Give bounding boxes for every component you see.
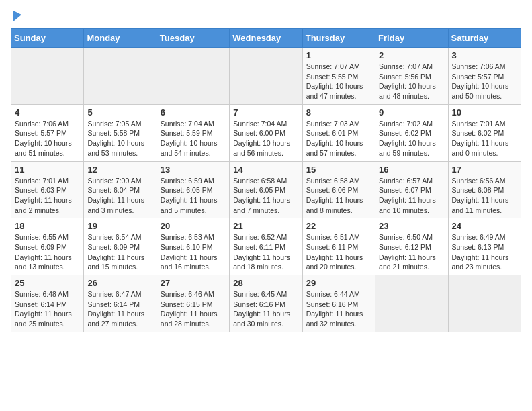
day-info: Sunrise: 7:05 AMSunset: 5:58 PMDaylight:…	[87, 119, 152, 158]
header-cell-saturday: Saturday	[448, 29, 521, 48]
day-number: 22	[306, 221, 371, 231]
day-number: 1	[306, 50, 371, 60]
day-number: 5	[87, 107, 152, 118]
day-info: Sunrise: 6:52 AMSunset: 6:11 PMDaylight:…	[233, 232, 298, 272]
calendar-cell	[11, 48, 84, 105]
day-info: Sunrise: 7:07 AMSunset: 5:55 PMDaylight:…	[306, 62, 371, 101]
calendar-week-1: 1Sunrise: 7:07 AMSunset: 5:55 PMDaylight…	[11, 48, 521, 105]
calendar-cell: 3Sunrise: 7:06 AMSunset: 5:57 PMDaylight…	[448, 48, 521, 105]
day-number: 20	[161, 221, 226, 231]
calendar-body: 1Sunrise: 7:07 AMSunset: 5:55 PMDaylight…	[11, 48, 521, 332]
day-number: 27	[161, 278, 226, 288]
day-number: 28	[233, 278, 298, 288]
calendar-cell: 18Sunrise: 6:55 AMSunset: 6:09 PMDayligh…	[11, 218, 84, 275]
day-info: Sunrise: 6:49 AMSunset: 6:13 PMDaylight:…	[452, 232, 517, 272]
page-header	[11, 11, 521, 23]
calendar-cell: 1Sunrise: 7:07 AMSunset: 5:55 PMDaylight…	[302, 48, 375, 105]
calendar-cell: 20Sunrise: 6:53 AMSunset: 6:10 PMDayligh…	[157, 218, 229, 275]
day-info: Sunrise: 6:51 AMSunset: 6:11 PMDaylight:…	[306, 232, 371, 272]
day-number: 7	[233, 107, 298, 118]
calendar-cell	[84, 48, 157, 105]
day-info: Sunrise: 6:50 AMSunset: 6:12 PMDaylight:…	[379, 232, 444, 272]
day-number: 6	[161, 107, 226, 118]
logo-arrow-icon	[12, 9, 21, 23]
day-info: Sunrise: 7:06 AMSunset: 5:57 PMDaylight:…	[452, 62, 517, 101]
day-info: Sunrise: 6:58 AMSunset: 6:05 PMDaylight:…	[233, 176, 298, 216]
calendar-cell: 24Sunrise: 6:49 AMSunset: 6:13 PMDayligh…	[448, 218, 521, 275]
calendar-cell: 13Sunrise: 6:59 AMSunset: 6:05 PMDayligh…	[157, 161, 229, 218]
calendar-cell: 22Sunrise: 6:51 AMSunset: 6:11 PMDayligh…	[302, 218, 375, 275]
day-number: 19	[87, 221, 152, 231]
header-cell-monday: Monday	[84, 29, 157, 48]
calendar-cell	[157, 48, 229, 105]
calendar-table: SundayMondayTuesdayWednesdayThursdayFrid…	[11, 28, 521, 332]
calendar-cell: 6Sunrise: 7:04 AMSunset: 5:59 PMDaylight…	[157, 104, 229, 161]
day-info: Sunrise: 6:48 AMSunset: 6:14 PMDaylight:…	[15, 289, 80, 329]
day-number: 29	[306, 278, 371, 288]
calendar-cell: 19Sunrise: 6:54 AMSunset: 6:09 PMDayligh…	[84, 218, 157, 275]
calendar-cell: 11Sunrise: 7:01 AMSunset: 6:03 PMDayligh…	[11, 161, 84, 218]
header-cell-wednesday: Wednesday	[230, 29, 302, 48]
day-info: Sunrise: 7:02 AMSunset: 6:02 PMDaylight:…	[379, 119, 444, 158]
calendar-cell	[375, 275, 448, 332]
calendar-cell: 17Sunrise: 6:56 AMSunset: 6:08 PMDayligh…	[448, 161, 521, 218]
header-cell-friday: Friday	[375, 29, 448, 48]
day-info: Sunrise: 7:04 AMSunset: 5:59 PMDaylight:…	[161, 119, 226, 158]
day-number: 3	[452, 50, 517, 60]
day-number: 16	[379, 165, 444, 175]
calendar-cell: 27Sunrise: 6:46 AMSunset: 6:15 PMDayligh…	[157, 275, 229, 332]
calendar-week-5: 25Sunrise: 6:48 AMSunset: 6:14 PMDayligh…	[11, 275, 521, 332]
calendar-cell: 16Sunrise: 6:57 AMSunset: 6:07 PMDayligh…	[375, 161, 448, 218]
calendar-cell: 8Sunrise: 7:03 AMSunset: 6:01 PMDaylight…	[302, 104, 375, 161]
day-number: 13	[161, 165, 226, 175]
calendar-cell: 9Sunrise: 7:02 AMSunset: 6:02 PMDaylight…	[375, 104, 448, 161]
day-number: 8	[306, 107, 371, 118]
day-info: Sunrise: 7:01 AMSunset: 6:03 PMDaylight:…	[15, 176, 80, 216]
day-number: 2	[379, 50, 444, 60]
calendar-cell	[448, 275, 521, 332]
day-info: Sunrise: 6:45 AMSunset: 6:16 PMDaylight:…	[233, 289, 298, 329]
day-info: Sunrise: 6:46 AMSunset: 6:15 PMDaylight:…	[161, 289, 226, 329]
day-number: 17	[452, 165, 517, 175]
header-cell-sunday: Sunday	[11, 29, 84, 48]
calendar-cell: 28Sunrise: 6:45 AMSunset: 6:16 PMDayligh…	[230, 275, 302, 332]
header-row: SundayMondayTuesdayWednesdayThursdayFrid…	[11, 29, 521, 48]
day-info: Sunrise: 7:06 AMSunset: 5:57 PMDaylight:…	[15, 119, 80, 158]
day-info: Sunrise: 7:01 AMSunset: 6:02 PMDaylight:…	[452, 119, 517, 158]
calendar-header: SundayMondayTuesdayWednesdayThursdayFrid…	[11, 29, 521, 48]
calendar-cell: 15Sunrise: 6:58 AMSunset: 6:06 PMDayligh…	[302, 161, 375, 218]
calendar-cell: 14Sunrise: 6:58 AMSunset: 6:05 PMDayligh…	[230, 161, 302, 218]
svg-marker-0	[13, 11, 21, 21]
calendar-cell: 7Sunrise: 7:04 AMSunset: 6:00 PMDaylight…	[230, 104, 302, 161]
calendar-cell: 4Sunrise: 7:06 AMSunset: 5:57 PMDaylight…	[11, 104, 84, 161]
calendar-cell: 10Sunrise: 7:01 AMSunset: 6:02 PMDayligh…	[448, 104, 521, 161]
calendar-cell	[230, 48, 302, 105]
day-info: Sunrise: 6:55 AMSunset: 6:09 PMDaylight:…	[15, 232, 80, 272]
calendar-cell: 12Sunrise: 7:00 AMSunset: 6:04 PMDayligh…	[84, 161, 157, 218]
day-info: Sunrise: 7:07 AMSunset: 5:56 PMDaylight:…	[379, 62, 444, 101]
day-info: Sunrise: 6:54 AMSunset: 6:09 PMDaylight:…	[87, 232, 152, 272]
calendar-cell: 2Sunrise: 7:07 AMSunset: 5:56 PMDaylight…	[375, 48, 448, 105]
day-number: 10	[452, 107, 517, 118]
day-info: Sunrise: 6:59 AMSunset: 6:05 PMDaylight:…	[161, 176, 226, 216]
day-info: Sunrise: 6:53 AMSunset: 6:10 PMDaylight:…	[161, 232, 226, 272]
calendar-cell: 5Sunrise: 7:05 AMSunset: 5:58 PMDaylight…	[84, 104, 157, 161]
calendar-cell: 29Sunrise: 6:44 AMSunset: 6:16 PMDayligh…	[302, 275, 375, 332]
day-info: Sunrise: 6:47 AMSunset: 6:14 PMDaylight:…	[87, 289, 152, 329]
day-number: 21	[233, 221, 298, 231]
day-number: 18	[15, 221, 80, 231]
day-info: Sunrise: 7:04 AMSunset: 6:00 PMDaylight:…	[233, 119, 298, 158]
day-number: 26	[87, 278, 152, 288]
day-info: Sunrise: 7:00 AMSunset: 6:04 PMDaylight:…	[87, 176, 152, 216]
day-number: 12	[87, 165, 152, 175]
day-number: 15	[306, 165, 371, 175]
day-info: Sunrise: 6:57 AMSunset: 6:07 PMDaylight:…	[379, 176, 444, 216]
calendar-cell: 23Sunrise: 6:50 AMSunset: 6:12 PMDayligh…	[375, 218, 448, 275]
calendar-cell: 21Sunrise: 6:52 AMSunset: 6:11 PMDayligh…	[230, 218, 302, 275]
calendar-week-2: 4Sunrise: 7:06 AMSunset: 5:57 PMDaylight…	[11, 104, 521, 161]
logo	[11, 11, 12, 23]
day-number: 25	[15, 278, 80, 288]
day-number: 4	[15, 107, 80, 118]
day-info: Sunrise: 6:44 AMSunset: 6:16 PMDaylight:…	[306, 289, 371, 329]
day-number: 11	[15, 165, 80, 175]
